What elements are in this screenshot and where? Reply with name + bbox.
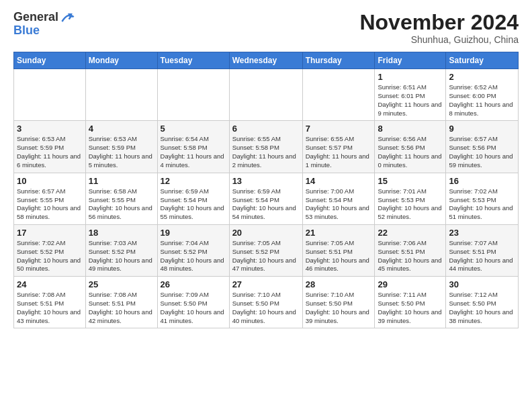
day-number: 24 <box>17 279 83 289</box>
calendar-cell: 22Sunrise: 7:06 AMSunset: 5:51 PMDayligh… <box>375 224 446 276</box>
calendar-cell: 5Sunrise: 6:54 AMSunset: 5:58 PMDaylight… <box>157 121 229 173</box>
day-info: Sunrise: 7:12 AMSunset: 5:50 PMDaylight:… <box>449 291 515 325</box>
calendar-table: SundayMondayTuesdayWednesdayThursdayFrid… <box>13 52 519 328</box>
logo-blue: Blue <box>13 24 76 38</box>
calendar-cell: 7Sunrise: 6:55 AMSunset: 5:57 PMDaylight… <box>302 121 375 173</box>
calendar-header-row: SundayMondayTuesdayWednesdayThursdayFrid… <box>14 52 519 69</box>
logo-icon <box>60 11 76 24</box>
day-info: Sunrise: 6:53 AMSunset: 5:59 PMDaylight:… <box>89 135 154 169</box>
calendar-week-5: 24Sunrise: 7:08 AMSunset: 5:51 PMDayligh… <box>14 277 519 328</box>
day-number: 3 <box>17 124 83 134</box>
day-number: 5 <box>161 124 226 134</box>
calendar-cell: 20Sunrise: 7:05 AMSunset: 5:52 PMDayligh… <box>229 224 302 276</box>
calendar-cell: 23Sunrise: 7:07 AMSunset: 5:51 PMDayligh… <box>446 224 519 276</box>
day-number: 29 <box>378 279 443 289</box>
weekday-header-sunday: Sunday <box>14 52 86 69</box>
header: General Blue November 2024 Shunhua, Guiz… <box>13 11 519 45</box>
day-info: Sunrise: 7:11 AMSunset: 5:50 PMDaylight:… <box>378 291 443 325</box>
day-number: 27 <box>232 279 300 289</box>
calendar-cell <box>85 69 157 121</box>
calendar-cell: 15Sunrise: 7:01 AMSunset: 5:53 PMDayligh… <box>375 173 446 224</box>
day-info: Sunrise: 7:03 AMSunset: 5:52 PMDaylight:… <box>89 239 154 273</box>
calendar-cell <box>14 69 86 121</box>
day-number: 14 <box>306 176 372 186</box>
calendar-week-3: 10Sunrise: 6:57 AMSunset: 5:55 PMDayligh… <box>14 173 519 224</box>
weekday-header-thursday: Thursday <box>302 52 375 69</box>
day-info: Sunrise: 7:08 AMSunset: 5:51 PMDaylight:… <box>17 291 83 325</box>
day-number: 28 <box>306 279 372 289</box>
day-number: 22 <box>378 228 443 238</box>
day-number: 16 <box>449 176 515 186</box>
logo: General Blue <box>13 11 76 38</box>
day-number: 30 <box>449 279 515 289</box>
day-number: 17 <box>17 228 83 238</box>
calendar-cell: 14Sunrise: 7:00 AMSunset: 5:54 PMDayligh… <box>302 173 375 224</box>
day-info: Sunrise: 6:57 AMSunset: 5:56 PMDaylight:… <box>449 135 515 169</box>
calendar-cell: 17Sunrise: 7:02 AMSunset: 5:52 PMDayligh… <box>14 224 86 276</box>
weekday-header-tuesday: Tuesday <box>157 52 229 69</box>
day-number: 26 <box>161 279 226 289</box>
calendar-week-1: 1Sunrise: 6:51 AMSunset: 6:01 PMDaylight… <box>14 69 519 121</box>
weekday-header-friday: Friday <box>375 52 446 69</box>
calendar-cell: 9Sunrise: 6:57 AMSunset: 5:56 PMDaylight… <box>446 121 519 173</box>
day-info: Sunrise: 6:57 AMSunset: 5:55 PMDaylight:… <box>17 187 83 222</box>
day-number: 21 <box>306 228 372 238</box>
day-number: 12 <box>161 176 226 186</box>
day-info: Sunrise: 6:59 AMSunset: 5:54 PMDaylight:… <box>161 187 226 222</box>
day-info: Sunrise: 6:58 AMSunset: 5:55 PMDaylight:… <box>89 187 154 222</box>
weekday-header-saturday: Saturday <box>446 52 519 69</box>
calendar-cell: 21Sunrise: 7:05 AMSunset: 5:51 PMDayligh… <box>302 224 375 276</box>
day-number: 18 <box>89 228 154 238</box>
day-info: Sunrise: 6:56 AMSunset: 5:56 PMDaylight:… <box>378 135 443 169</box>
weekday-header-wednesday: Wednesday <box>229 52 302 69</box>
day-number: 8 <box>378 124 443 134</box>
day-number: 6 <box>232 124 300 134</box>
calendar-cell: 4Sunrise: 6:53 AMSunset: 5:59 PMDaylight… <box>85 121 157 173</box>
calendar-cell <box>302 69 375 121</box>
day-number: 20 <box>232 228 300 238</box>
calendar-week-2: 3Sunrise: 6:53 AMSunset: 5:59 PMDaylight… <box>14 121 519 173</box>
day-info: Sunrise: 6:53 AMSunset: 5:59 PMDaylight:… <box>17 135 83 169</box>
day-info: Sunrise: 7:10 AMSunset: 5:50 PMDaylight:… <box>232 291 300 325</box>
calendar-cell: 2Sunrise: 6:52 AMSunset: 6:00 PMDaylight… <box>446 69 519 121</box>
calendar-cell: 27Sunrise: 7:10 AMSunset: 5:50 PMDayligh… <box>229 277 302 328</box>
calendar-cell: 13Sunrise: 6:59 AMSunset: 5:54 PMDayligh… <box>229 173 302 224</box>
day-info: Sunrise: 6:51 AMSunset: 6:01 PMDaylight:… <box>378 83 443 118</box>
page: General Blue November 2024 Shunhua, Guiz… <box>0 0 532 335</box>
day-info: Sunrise: 6:52 AMSunset: 6:00 PMDaylight:… <box>449 83 515 118</box>
day-info: Sunrise: 7:10 AMSunset: 5:50 PMDaylight:… <box>306 291 372 325</box>
day-info: Sunrise: 7:02 AMSunset: 5:52 PMDaylight:… <box>17 239 83 273</box>
calendar-cell: 25Sunrise: 7:08 AMSunset: 5:51 PMDayligh… <box>85 277 157 328</box>
calendar-cell: 29Sunrise: 7:11 AMSunset: 5:50 PMDayligh… <box>375 277 446 328</box>
day-info: Sunrise: 7:01 AMSunset: 5:53 PMDaylight:… <box>378 187 443 222</box>
day-info: Sunrise: 7:02 AMSunset: 5:53 PMDaylight:… <box>449 187 515 222</box>
calendar-week-4: 17Sunrise: 7:02 AMSunset: 5:52 PMDayligh… <box>14 224 519 276</box>
day-info: Sunrise: 6:59 AMSunset: 5:54 PMDaylight:… <box>232 187 300 222</box>
day-info: Sunrise: 7:08 AMSunset: 5:51 PMDaylight:… <box>89 291 154 325</box>
day-number: 11 <box>89 176 154 186</box>
calendar-cell <box>157 69 229 121</box>
weekday-header-monday: Monday <box>85 52 157 69</box>
day-info: Sunrise: 7:09 AMSunset: 5:50 PMDaylight:… <box>161 291 226 325</box>
day-info: Sunrise: 6:55 AMSunset: 5:57 PMDaylight:… <box>306 135 372 169</box>
calendar-cell: 19Sunrise: 7:04 AMSunset: 5:52 PMDayligh… <box>157 224 229 276</box>
day-number: 9 <box>449 124 515 134</box>
calendar-cell: 1Sunrise: 6:51 AMSunset: 6:01 PMDaylight… <box>375 69 446 121</box>
day-info: Sunrise: 7:04 AMSunset: 5:52 PMDaylight:… <box>161 239 226 273</box>
title-block: November 2024 Shunhua, Guizhou, China <box>359 11 519 45</box>
calendar-cell: 11Sunrise: 6:58 AMSunset: 5:55 PMDayligh… <box>85 173 157 224</box>
day-number: 2 <box>449 72 515 82</box>
calendar-cell: 8Sunrise: 6:56 AMSunset: 5:56 PMDaylight… <box>375 121 446 173</box>
day-info: Sunrise: 7:06 AMSunset: 5:51 PMDaylight:… <box>378 239 443 273</box>
calendar-cell: 12Sunrise: 6:59 AMSunset: 5:54 PMDayligh… <box>157 173 229 224</box>
day-number: 7 <box>306 124 372 134</box>
calendar-cell: 30Sunrise: 7:12 AMSunset: 5:50 PMDayligh… <box>446 277 519 328</box>
day-info: Sunrise: 7:07 AMSunset: 5:51 PMDaylight:… <box>449 239 515 273</box>
calendar-cell: 24Sunrise: 7:08 AMSunset: 5:51 PMDayligh… <box>14 277 86 328</box>
day-info: Sunrise: 7:05 AMSunset: 5:51 PMDaylight:… <box>306 239 372 273</box>
calendar-cell: 3Sunrise: 6:53 AMSunset: 5:59 PMDaylight… <box>14 121 86 173</box>
day-number: 25 <box>89 279 154 289</box>
day-info: Sunrise: 6:55 AMSunset: 5:58 PMDaylight:… <box>232 135 300 169</box>
calendar-cell: 28Sunrise: 7:10 AMSunset: 5:50 PMDayligh… <box>302 277 375 328</box>
month-title: November 2024 <box>359 11 519 34</box>
